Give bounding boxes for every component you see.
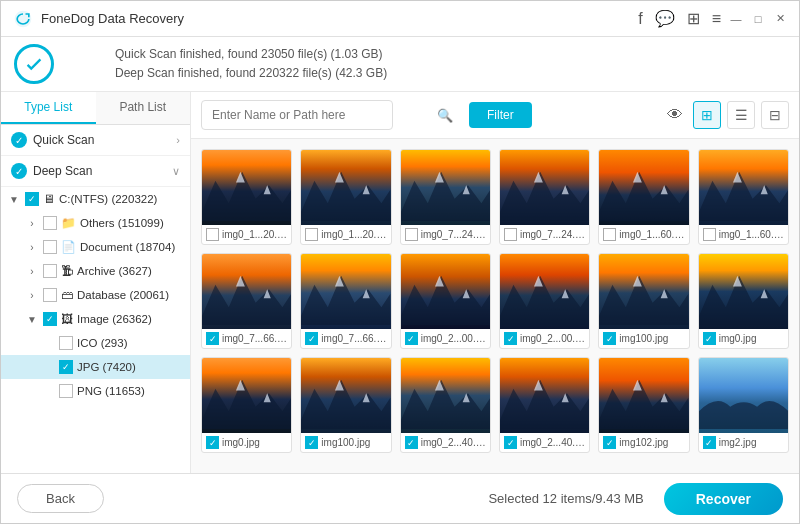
archive-checkbox[interactable] bbox=[43, 264, 57, 278]
image-cell-15[interactable]: img0_2...40.jpg bbox=[400, 357, 491, 453]
detail-view-button[interactable]: ⊟ bbox=[761, 101, 789, 129]
image-label-row-15: img0_2...40.jpg bbox=[401, 433, 490, 452]
filter-button[interactable]: Filter bbox=[469, 102, 532, 128]
image-cell-1[interactable]: img0_1...20.jpg bbox=[201, 149, 292, 245]
tab-type-list[interactable]: Type List bbox=[1, 92, 96, 124]
image-label-row-3: img0_7...24.jpg bbox=[401, 225, 490, 244]
image-checkbox-3[interactable] bbox=[405, 228, 418, 241]
tree-item-database[interactable]: › 🗃 Database (20061) bbox=[1, 283, 190, 307]
quick-scan-status: Quick Scan finished, found 23050 file(s)… bbox=[115, 45, 387, 64]
ico-checkbox[interactable] bbox=[59, 336, 73, 350]
bottom-bar: Back Selected 12 items/9.43 MB Recover bbox=[1, 473, 799, 523]
tree-item-ico[interactable]: ICO (293) bbox=[1, 331, 190, 355]
recover-button[interactable]: Recover bbox=[664, 483, 783, 515]
png-checkbox[interactable] bbox=[59, 384, 73, 398]
image-cell-17[interactable]: img102.jpg bbox=[598, 357, 689, 453]
c-drive-label: C:(NTFS) (220322) bbox=[59, 193, 182, 205]
image-thumb-6 bbox=[699, 150, 788, 225]
image-cell-5[interactable]: img0_1...60.jpg bbox=[598, 149, 689, 245]
image-name-6: img0_1...60.jpg bbox=[719, 229, 784, 240]
image-checkbox-14[interactable] bbox=[305, 436, 318, 449]
quick-scan-item[interactable]: Quick Scan › bbox=[1, 125, 190, 156]
image-cell-9[interactable]: img0_2...00.jpg bbox=[400, 253, 491, 349]
grid-view-button[interactable]: ⊞ bbox=[693, 101, 721, 129]
image-checkbox-11[interactable] bbox=[603, 332, 616, 345]
tree-item-image[interactable]: ▼ 🖼 Image (26362) bbox=[1, 307, 190, 331]
maximize-button[interactable]: □ bbox=[751, 12, 765, 26]
image-label-row-1: img0_1...20.jpg bbox=[202, 225, 291, 244]
image-checkbox-16[interactable] bbox=[504, 436, 517, 449]
image-cell-11[interactable]: img100.jpg bbox=[598, 253, 689, 349]
jpg-checkbox[interactable] bbox=[59, 360, 73, 374]
image-cell-16[interactable]: img0_2...40.jpg bbox=[499, 357, 590, 453]
image-checkbox-7[interactable] bbox=[206, 332, 219, 345]
image-cell-2[interactable]: img0_1...20.jpg bbox=[300, 149, 391, 245]
tree-item-others[interactable]: › 📁 Others (151099) bbox=[1, 211, 190, 235]
tree-item-png[interactable]: PNG (11653) bbox=[1, 379, 190, 403]
image-thumb-1 bbox=[202, 150, 291, 225]
image-cell-4[interactable]: img0_7...24.jpg bbox=[499, 149, 590, 245]
deep-scan-item[interactable]: Deep Scan ∨ bbox=[1, 156, 190, 187]
tab-path-list[interactable]: Path List bbox=[96, 92, 191, 124]
c-drive-checkbox[interactable] bbox=[25, 192, 39, 206]
image-cell-6[interactable]: img0_1...60.jpg bbox=[698, 149, 789, 245]
document-icon: 📄 bbox=[61, 240, 76, 254]
jpg-label: JPG (7420) bbox=[77, 361, 182, 373]
image-checkbox[interactable] bbox=[43, 312, 57, 326]
status-texts: Quick Scan finished, found 23050 file(s)… bbox=[115, 45, 387, 83]
image-label: Image (26362) bbox=[77, 313, 182, 325]
search-input[interactable] bbox=[201, 100, 393, 130]
image-cell-18[interactable]: img2.jpg bbox=[698, 357, 789, 453]
image-cell-10[interactable]: img0_2...00.jpg bbox=[499, 253, 590, 349]
image-checkbox-2[interactable] bbox=[305, 228, 318, 241]
document-checkbox[interactable] bbox=[43, 240, 57, 254]
image-checkbox-5[interactable] bbox=[603, 228, 616, 241]
menu-icon[interactable]: ≡ bbox=[712, 10, 721, 28]
image-checkbox-8[interactable] bbox=[305, 332, 318, 345]
message-icon[interactable]: 💬 bbox=[655, 9, 675, 28]
image-checkbox-9[interactable] bbox=[405, 332, 418, 345]
others-arrow: › bbox=[25, 218, 39, 229]
image-cell-14[interactable]: img100.jpg bbox=[300, 357, 391, 453]
back-button[interactable]: Back bbox=[17, 484, 104, 513]
search-icon: 🔍 bbox=[437, 108, 453, 123]
list-view-button[interactable]: ☰ bbox=[727, 101, 755, 129]
minimize-button[interactable]: — bbox=[729, 12, 743, 26]
image-cell-7[interactable]: img0_7...66.jpg bbox=[201, 253, 292, 349]
image-grid: img0_1...20.jpgimg0_1...20.jpgimg0_7...2… bbox=[191, 139, 799, 473]
image-checkbox-4[interactable] bbox=[504, 228, 517, 241]
image-checkbox-10[interactable] bbox=[504, 332, 517, 345]
image-label-row-4: img0_7...24.jpg bbox=[500, 225, 589, 244]
close-button[interactable]: ✕ bbox=[773, 12, 787, 26]
others-checkbox[interactable] bbox=[43, 216, 57, 230]
content-area: 🔍 Filter 👁 ⊞ ☰ ⊟ img0_1...20.jpgimg0_1..… bbox=[191, 92, 799, 473]
image-cell-13[interactable]: img0.jpg bbox=[201, 357, 292, 453]
image-thumb-7 bbox=[202, 254, 291, 329]
info-icon[interactable]: ⊞ bbox=[687, 9, 700, 28]
archive-arrow: › bbox=[25, 266, 39, 277]
image-checkbox-18[interactable] bbox=[703, 436, 716, 449]
image-name-9: img0_2...00.jpg bbox=[421, 333, 486, 344]
image-thumb-17 bbox=[599, 358, 688, 433]
image-checkbox-1[interactable] bbox=[206, 228, 219, 241]
tree-item-document[interactable]: › 📄 Document (18704) bbox=[1, 235, 190, 259]
scan-complete-icon bbox=[14, 44, 54, 84]
facebook-icon[interactable]: f bbox=[638, 10, 642, 28]
image-checkbox-17[interactable] bbox=[603, 436, 616, 449]
image-checkbox-15[interactable] bbox=[405, 436, 418, 449]
database-checkbox[interactable] bbox=[43, 288, 57, 302]
image-cell-12[interactable]: img0.jpg bbox=[698, 253, 789, 349]
image-cell-3[interactable]: img0_7...24.jpg bbox=[400, 149, 491, 245]
image-label-row-18: img2.jpg bbox=[699, 433, 788, 452]
quick-scan-arrow: › bbox=[176, 134, 180, 146]
title-bar-icons: f 💬 ⊞ ≡ bbox=[638, 9, 721, 28]
image-cell-8[interactable]: img0_7...66.jpg bbox=[300, 253, 391, 349]
image-checkbox-6[interactable] bbox=[703, 228, 716, 241]
image-checkbox-13[interactable] bbox=[206, 436, 219, 449]
tree-item-c-drive[interactable]: ▼ 🖥 C:(NTFS) (220322) bbox=[1, 187, 190, 211]
tree-item-jpg[interactable]: JPG (7420) bbox=[1, 355, 190, 379]
image-label-row-17: img102.jpg bbox=[599, 433, 688, 452]
tree-item-archive[interactable]: › 🗜 Archive (3627) bbox=[1, 259, 190, 283]
image-checkbox-12[interactable] bbox=[703, 332, 716, 345]
eye-icon[interactable]: 👁 bbox=[667, 106, 683, 124]
